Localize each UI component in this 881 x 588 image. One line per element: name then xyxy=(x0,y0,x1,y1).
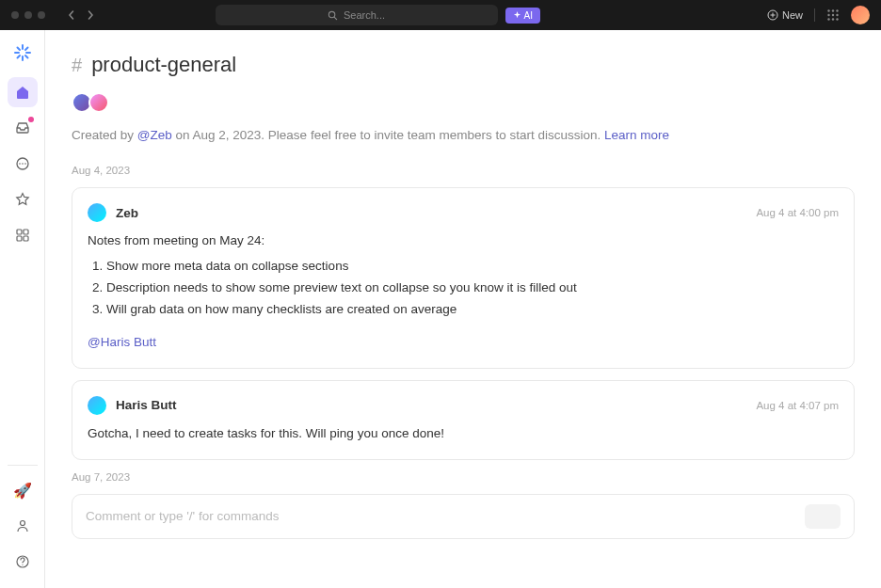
channel-header: # product-general xyxy=(72,53,855,77)
message-author: Haris Butt xyxy=(116,398,177,412)
maximize-window[interactable] xyxy=(38,11,45,19)
message-header: Haris Butt Aug 4 at 4:07 pm xyxy=(88,396,839,415)
svg-point-19 xyxy=(20,521,24,526)
sidebar-divider xyxy=(8,465,38,466)
channel-description: Created by @Zeb on Aug 2, 2023. Please f… xyxy=(72,128,855,142)
home-icon xyxy=(15,85,30,100)
inbox-icon xyxy=(15,120,30,135)
svg-rect-17 xyxy=(17,236,22,241)
member-avatar[interactable] xyxy=(88,92,109,113)
date-separator: Aug 7, 2023 xyxy=(72,471,855,483)
close-window[interactable] xyxy=(11,11,19,19)
svg-point-9 xyxy=(832,18,834,20)
forward-button[interactable] xyxy=(83,8,98,23)
list-item: Will grab data on how many checklists ar… xyxy=(106,300,839,320)
message-time: Aug 4 at 4:07 pm xyxy=(756,400,839,411)
list-item: Description needs to show some preview t… xyxy=(106,278,839,298)
more-icon xyxy=(15,156,30,171)
message-intro: Notes from meeting on May 24: xyxy=(88,231,839,251)
notification-dot xyxy=(28,117,34,122)
date-separator: Aug 4, 2023 xyxy=(72,165,855,176)
send-button[interactable] xyxy=(805,504,841,529)
creator-mention[interactable]: @Zeb xyxy=(137,128,172,142)
sidebar-upgrade[interactable]: 🚀 xyxy=(8,475,38,505)
ai-badge[interactable]: AI xyxy=(505,8,540,24)
created-mid: on Aug 2, 2023. Please feel free to invi… xyxy=(172,128,604,142)
new-button[interactable]: New xyxy=(767,9,803,21)
main-content: # product-general Created by @Zeb on Aug… xyxy=(45,30,881,588)
message-card: Zeb Aug 4 at 4:00 pm Notes from meeting … xyxy=(72,187,855,369)
divider xyxy=(814,8,815,22)
apps-icon[interactable] xyxy=(826,8,840,22)
svg-point-6 xyxy=(832,14,834,16)
svg-point-21 xyxy=(22,564,23,565)
learn-more-link[interactable]: Learn more xyxy=(604,128,669,142)
back-button[interactable] xyxy=(64,8,79,23)
minimize-window[interactable] xyxy=(24,11,32,19)
message-header: Zeb Aug 4 at 4:00 pm xyxy=(88,203,839,222)
sidebar-inbox[interactable] xyxy=(8,113,38,143)
hash-icon: # xyxy=(72,55,82,76)
nav-arrows xyxy=(64,8,98,23)
svg-rect-15 xyxy=(17,230,22,234)
rocket-icon: 🚀 xyxy=(13,482,32,500)
star-icon xyxy=(15,192,30,207)
message-body: Notes from meeting on May 24: Show more … xyxy=(88,231,839,353)
person-icon xyxy=(15,518,30,533)
user-avatar[interactable] xyxy=(851,6,870,24)
sidebar-more[interactable] xyxy=(8,149,38,179)
topbar: Search... AI New xyxy=(0,0,881,30)
svg-point-4 xyxy=(836,9,838,11)
sidebar-home[interactable] xyxy=(8,77,38,107)
message-author: Zeb xyxy=(116,206,138,220)
sidebar-profile[interactable] xyxy=(8,511,38,541)
svg-rect-16 xyxy=(24,230,28,234)
channel-title: product-general xyxy=(91,53,236,77)
message-body: Gotcha, I need to create tasks for this.… xyxy=(88,424,839,444)
svg-point-8 xyxy=(827,18,829,20)
topbar-right: New xyxy=(767,6,870,24)
plus-circle-icon xyxy=(767,9,778,21)
composer xyxy=(72,494,855,539)
svg-rect-18 xyxy=(24,236,28,241)
window-controls xyxy=(11,11,45,19)
message-avatar[interactable] xyxy=(88,396,106,415)
svg-point-12 xyxy=(19,163,21,165)
message-card: Haris Butt Aug 4 at 4:07 pm Gotcha, I ne… xyxy=(72,380,855,460)
app-logo[interactable] xyxy=(11,41,34,64)
search-placeholder: Search... xyxy=(344,9,385,21)
svg-point-7 xyxy=(836,14,838,16)
new-label: New xyxy=(782,9,803,21)
svg-point-14 xyxy=(24,163,26,165)
message-time: Aug 4 at 4:00 pm xyxy=(756,207,839,218)
svg-point-0 xyxy=(328,11,334,17)
search-icon xyxy=(328,10,338,21)
search-container: Search... AI xyxy=(216,5,540,25)
svg-point-2 xyxy=(827,9,829,11)
created-prefix: Created by xyxy=(72,128,137,142)
search-input[interactable]: Search... xyxy=(216,5,498,25)
sidebar-help[interactable] xyxy=(8,547,38,577)
svg-point-3 xyxy=(832,9,834,11)
sidebar: 🚀 xyxy=(0,30,45,588)
help-icon xyxy=(15,554,30,569)
sidebar-favorites[interactable] xyxy=(8,184,38,215)
message-mention[interactable]: @Haris Butt xyxy=(88,333,156,353)
svg-point-13 xyxy=(22,163,24,165)
sidebar-bottom: 🚀 xyxy=(8,461,38,577)
message-list: Show more meta data on collapse sections… xyxy=(106,257,839,320)
grid-icon xyxy=(15,228,30,243)
ai-label: AI xyxy=(524,10,533,21)
message-avatar[interactable] xyxy=(88,203,106,222)
sparkle-icon xyxy=(513,11,521,20)
svg-point-5 xyxy=(827,14,829,16)
list-item: Show more meta data on collapse sections xyxy=(106,257,839,277)
svg-point-10 xyxy=(836,18,838,20)
sidebar-dashboard[interactable] xyxy=(8,220,38,250)
composer-input[interactable] xyxy=(86,509,805,523)
member-avatars[interactable] xyxy=(72,92,855,113)
